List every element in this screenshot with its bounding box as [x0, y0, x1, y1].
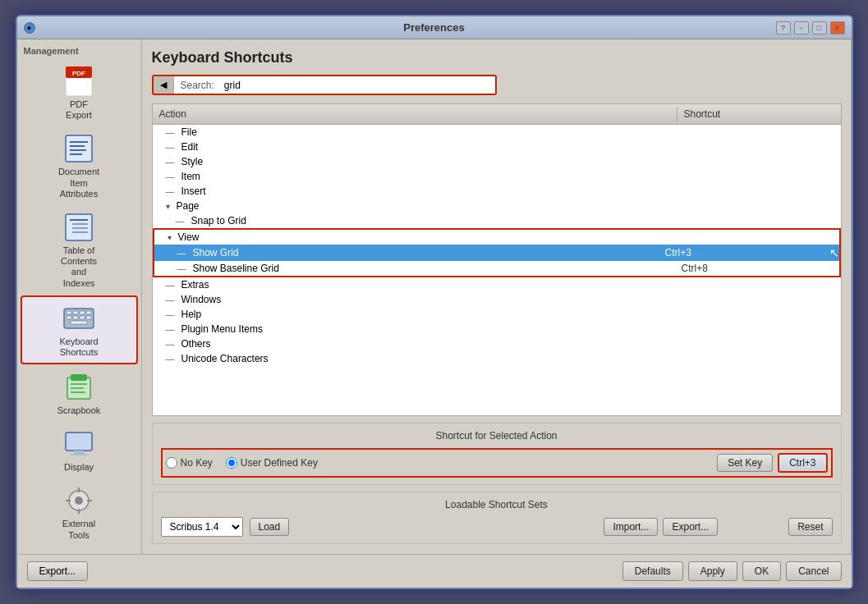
sidebar-label-pdf: PDFExport — [66, 99, 92, 121]
shortcuts-tree: Action Shortcut — File — Edit — Style — [152, 103, 842, 416]
page-title: Keyboard Shortcuts — [152, 49, 842, 66]
shortcut-set-dropdown[interactable]: Scribus 1.4 Scribus 1.5 — [161, 517, 243, 537]
tree-dash: — — [176, 216, 185, 226]
search-back-button[interactable]: ◀ — [154, 76, 174, 94]
tree-row[interactable]: — Item — [153, 169, 841, 184]
tree-arrow: ▾ — [166, 202, 170, 211]
shortcut-inner-row: No Key User Defined Key Set Key Ctrl+3 — [166, 453, 828, 473]
svg-rect-3 — [66, 135, 92, 162]
minimize-button[interactable]: − — [794, 21, 809, 34]
loadable-row: Scribus 1.4 Scribus 1.5 Load Import... E… — [161, 517, 833, 537]
tree-row[interactable]: — Show Baseline Grid Ctrl+8 — [154, 261, 839, 276]
shortcut-panel: Shortcut for Selected Action No Key User… — [152, 423, 842, 485]
tree-dash: — — [166, 172, 175, 181]
tree-row[interactable]: — Unicode Characters — [153, 351, 841, 366]
apply-button[interactable]: Apply — [688, 561, 737, 581]
sidebar-label-toc: Table ofContentsandIndexes — [61, 245, 97, 289]
tree-dash: — — [177, 263, 186, 273]
reset-button[interactable]: Reset — [788, 518, 832, 536]
row-label: Others — [178, 338, 677, 350]
tree-row[interactable]: — Edit — [153, 140, 841, 154]
svg-rect-22 — [71, 321, 87, 324]
tree-row[interactable]: — Plugin Menu Items — [153, 322, 841, 336]
no-key-radio[interactable] — [166, 457, 177, 469]
sidebar-item-display[interactable]: Display — [21, 423, 138, 478]
tree-row[interactable]: — Extras — [153, 277, 841, 292]
sidebar-item-pdf-export[interactable]: PDF PDFExport — [21, 60, 138, 126]
shortcut-column-header: Shortcut — [677, 107, 841, 121]
titlebar-icon: ● — [24, 22, 35, 34]
sidebar: Management PDF PDFExport — [17, 39, 142, 554]
sidebar-item-doc-attrs[interactable]: DocumentItemAttributes — [21, 127, 138, 204]
loadable-title: Loadable Shortcut Sets — [161, 499, 833, 510]
help-button[interactable]: ? — [776, 21, 791, 34]
set-key-button[interactable]: Set Key — [717, 454, 773, 472]
sidebar-label-scrap: Scrapbook — [57, 405, 101, 416]
keyboard-icon — [62, 302, 95, 335]
tree-row[interactable]: — Style — [153, 154, 841, 169]
sidebar-item-scrapbook[interactable]: Scrapbook — [21, 366, 138, 421]
maximize-button[interactable]: □ — [812, 21, 827, 34]
row-label: Edit — [178, 141, 677, 153]
row-label: Insert — [178, 185, 677, 197]
loadable-right-buttons: Import... Export... Reset — [604, 518, 832, 536]
svg-point-32 — [75, 496, 83, 505]
preferences-window: ● Preferences ? − □ × Management PDF — [16, 15, 853, 589]
svg-rect-19 — [73, 316, 78, 319]
row-shortcut: Ctrl+3 — [659, 247, 823, 259]
loadable-panel: Loadable Shortcut Sets Scribus 1.4 Scrib… — [152, 492, 842, 544]
sidebar-item-external-tools[interactable]: ExternalTools — [21, 479, 138, 545]
load-button[interactable]: Load — [250, 518, 290, 536]
main-content: Keyboard Shortcuts ◀ Search: Action Shor… — [142, 39, 852, 554]
tree-dash: — — [166, 339, 175, 349]
tree-row[interactable]: ▾ View — [154, 230, 839, 245]
display-icon — [62, 428, 95, 460]
close-button[interactable]: × — [830, 21, 845, 34]
tools-icon — [62, 484, 95, 517]
tree-dash: — — [166, 295, 175, 304]
svg-rect-17 — [86, 311, 91, 314]
user-defined-text: User Defined Key — [241, 457, 318, 469]
row-label: Extras — [178, 279, 677, 291]
tree-arrow: ▾ — [168, 233, 172, 242]
row-shortcut: Ctrl+8 — [675, 263, 839, 274]
user-defined-radio[interactable] — [226, 457, 237, 469]
shortcut-panel-title: Shortcut for Selected Action — [161, 430, 833, 442]
tree-row[interactable]: — Windows — [153, 292, 841, 307]
sidebar-label-display: Display — [64, 462, 94, 473]
svg-rect-16 — [80, 311, 85, 314]
svg-text:PDF: PDF — [72, 70, 85, 77]
no-key-label: No Key — [166, 457, 213, 469]
svg-rect-28 — [66, 432, 92, 451]
import-button[interactable]: Import... — [604, 518, 658, 536]
sidebar-item-keyboard[interactable]: KeyboardShortcuts — [21, 295, 138, 364]
tree-dash: — — [166, 309, 175, 319]
search-label: Search: — [174, 77, 221, 94]
tree-row[interactable]: — Help — [153, 307, 841, 322]
tree-dash: — — [166, 324, 175, 334]
tree-row[interactable]: — Snap to Grid — [153, 213, 841, 228]
cancel-button[interactable]: Cancel — [786, 561, 841, 581]
no-key-text: No Key — [181, 457, 213, 469]
export-button[interactable]: Export... — [27, 561, 89, 581]
bottom-left: Export... — [27, 561, 89, 581]
tree-row[interactable]: — File — [153, 125, 841, 140]
tree-dash: — — [166, 354, 175, 364]
sidebar-item-misc[interactable]: Miscellaneous — [21, 547, 138, 554]
search-bar: ◀ Search: — [152, 75, 497, 95]
scrap-icon — [62, 371, 95, 404]
export-shortcut-button[interactable]: Export... — [663, 518, 718, 536]
sidebar-item-toc[interactable]: Table ofContentsandIndexes — [21, 206, 138, 294]
tree-dash: — — [166, 127, 175, 137]
toc-icon — [62, 211, 95, 244]
ok-button[interactable]: OK — [742, 561, 781, 581]
svg-rect-29 — [74, 451, 84, 454]
tree-row[interactable]: — Insert — [153, 184, 841, 199]
tree-row[interactable]: — Others — [153, 336, 841, 351]
search-input[interactable] — [221, 77, 495, 94]
titlebar: ● Preferences ? − □ × — [17, 16, 852, 39]
tree-row[interactable]: ▾ Page — [153, 199, 841, 213]
tree-row-selected[interactable]: — Show Grid Ctrl+3 ↖ — [154, 245, 839, 261]
defaults-button[interactable]: Defaults — [622, 561, 683, 581]
row-label: Snap to Grid — [188, 215, 677, 226]
